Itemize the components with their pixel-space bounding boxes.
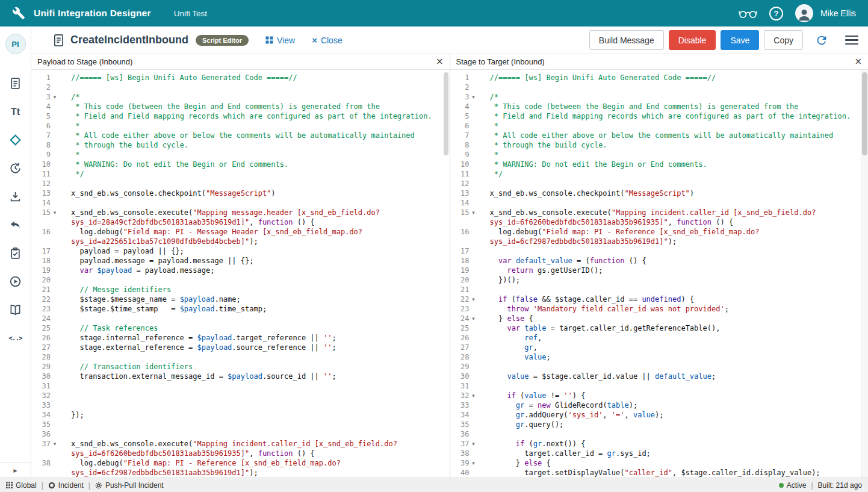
code-line[interactable]: 31 — [31, 381, 450, 391]
fold-arrow-icon[interactable]: ▾ — [51, 208, 59, 217]
code-line[interactable]: 3▾/* — [31, 92, 450, 102]
sidebar-item-code[interactable]: <..> — [8, 332, 22, 344]
code-line[interactable]: 22▾ if (false && $stage.caller_id == und… — [450, 294, 868, 304]
sidebar-item-fields[interactable] — [9, 77, 22, 90]
fold-arrow-icon[interactable]: ▾ — [470, 92, 478, 102]
code-line[interactable]: 18 payload.message = payload.message || … — [31, 256, 450, 266]
refresh-icon[interactable] — [815, 34, 828, 47]
code-line[interactable]: 9 * — [31, 150, 450, 160]
wrench-logo-icon[interactable] — [12, 7, 25, 20]
code-line[interactable]: 10 * WARNING: Do not edit the Begin or E… — [450, 160, 868, 169]
sidebar-item-run[interactable] — [9, 275, 22, 288]
code-line[interactable]: 15▾x_snd_eb.ws_console.execute("Mapping … — [450, 208, 868, 227]
panel-close-icon[interactable]: × — [436, 57, 444, 66]
copy-button[interactable]: Copy — [764, 30, 803, 50]
scrollbar-thumb[interactable] — [862, 72, 867, 155]
code-line[interactable]: 39▾ } else { — [450, 458, 868, 468]
code-line[interactable]: 38 log.debug("Field map: PI - Reference … — [31, 458, 450, 478]
code-line[interactable]: 4 * This code (between the Begin and End… — [450, 102, 868, 111]
code-line[interactable]: 7 * All code either above or below the c… — [31, 131, 450, 140]
code-line[interactable]: 36 — [450, 429, 868, 439]
app-subtitle[interactable]: Unifi Test — [174, 9, 207, 18]
code-line[interactable]: 5 * Field and Field mapping records whic… — [450, 111, 868, 121]
build-message-button[interactable]: Build Message — [589, 30, 664, 50]
code-line[interactable]: 15▾x_snd_eb.ws_console.execute("Mapping … — [31, 208, 450, 227]
code-line[interactable]: 35 — [31, 420, 450, 429]
sidebar-item-history[interactable] — [9, 162, 22, 175]
fold-arrow-icon[interactable]: ▾ — [470, 208, 478, 217]
code-line[interactable]: 37▾ if (gr.next()) { — [450, 439, 868, 449]
view-button[interactable]: View — [265, 36, 295, 45]
code-line[interactable]: 5 * Field and Field mapping records whic… — [31, 111, 450, 121]
code-line[interactable]: 30 transaction.external_message_id = $pa… — [31, 372, 450, 381]
code-line[interactable]: 23 $stage.$time_stamp = $payload.time_st… — [31, 304, 450, 314]
code-line[interactable]: 12 — [450, 179, 868, 188]
sidebar-item-docs[interactable] — [9, 304, 22, 316]
fold-arrow-icon[interactable]: ▾ — [51, 92, 59, 102]
code-line[interactable]: 31 — [450, 381, 868, 391]
code-line[interactable]: 23 throw 'Mandatory field caller_id was … — [450, 304, 868, 314]
user-avatar-icon[interactable] — [795, 4, 813, 22]
code-line[interactable]: 12 — [31, 179, 450, 188]
code-line[interactable]: 25 var table = target.caller_id.getRefer… — [450, 323, 868, 333]
disable-button[interactable]: Disable — [669, 30, 716, 50]
process-selector[interactable]: Incident — [48, 481, 84, 490]
code-line[interactable]: 32 — [31, 391, 450, 400]
code-line[interactable]: 22 $stage.$message_name = $payload.name; — [31, 294, 450, 304]
help-icon[interactable]: ? — [769, 7, 783, 20]
code-line[interactable]: 11 */ — [31, 169, 450, 179]
fold-arrow-icon[interactable]: ▾ — [470, 391, 478, 400]
code-line[interactable]: 26 stage.internal_reference = $payload.t… — [31, 333, 450, 343]
code-line[interactable]: 9 * — [450, 150, 868, 160]
integration-selector[interactable]: Push-Pull Incident — [95, 481, 164, 490]
code-line[interactable]: 13x_snd_eb.ws_console.checkpoint("Messag… — [31, 188, 450, 198]
code-line[interactable]: 1//===== [ws] Begin Unifi Auto Generated… — [31, 73, 450, 83]
code-line[interactable]: 1//===== [ws] Begin Unifi Auto Generated… — [450, 73, 868, 83]
sidebar-item-integration[interactable] — [9, 134, 22, 146]
code-line[interactable]: 21 — [450, 285, 868, 294]
fold-arrow-icon[interactable]: ▾ — [470, 294, 478, 304]
code-line[interactable]: 27 stage.external_reference = $payload.s… — [31, 343, 450, 352]
code-line[interactable]: 34 gr.addQuery('sys_id', '=', value); — [450, 410, 868, 420]
code-line[interactable]: 8 * through the build cycle. — [31, 140, 450, 150]
code-line[interactable]: 29 // Transaction identifiers — [31, 362, 450, 372]
code-line[interactable]: 13x_snd_eb.ws_console.checkpoint("Messag… — [450, 188, 868, 198]
code-line[interactable]: 25 // Task references — [31, 323, 450, 333]
sidebar-item-import[interactable] — [9, 190, 22, 203]
code-line[interactable]: 17 payload = payload || {}; — [31, 246, 450, 256]
code-line[interactable]: 27 gr, — [450, 343, 868, 352]
code-line[interactable]: 6 * — [450, 121, 868, 131]
code-line[interactable]: 17 — [450, 246, 868, 256]
sidebar-item-undo[interactable] — [9, 219, 22, 231]
panel-close-icon[interactable]: × — [854, 57, 862, 66]
scope-selector[interactable]: Global — [6, 481, 37, 490]
code-line[interactable]: 14 — [31, 198, 450, 208]
process-avatar[interactable]: PI — [5, 34, 26, 54]
code-line[interactable]: 18 var default_value = (function () { — [450, 256, 868, 266]
code-line[interactable]: 14 — [450, 198, 868, 208]
code-line[interactable]: 36 — [31, 429, 450, 439]
code-line[interactable]: 33 gr = new GlideRecord(table); — [450, 400, 868, 410]
user-name[interactable]: Mike Ellis — [820, 8, 856, 18]
code-line[interactable]: 37▾x_snd_eb.ws_console.execute("Mapping … — [31, 439, 450, 458]
code-editor-payload-to-stage[interactable]: 1//===== [ws] Begin Unifi Auto Generated… — [31, 70, 450, 478]
sidebar-item-tasks[interactable] — [9, 247, 22, 260]
code-line[interactable]: 29 — [450, 362, 868, 372]
scrollbar-thumb[interactable] — [444, 72, 448, 155]
close-button[interactable]: × Close — [312, 36, 343, 45]
code-line[interactable]: 21 // Messge identifiers — [31, 285, 450, 294]
code-line[interactable]: 24▾ } else { — [450, 314, 868, 323]
code-line[interactable]: 20 — [31, 275, 450, 285]
menu-hamburger-icon[interactable] — [845, 36, 858, 45]
sidebar-item-text[interactable]: Tt — [11, 105, 20, 118]
code-line[interactable]: 2 — [450, 83, 868, 92]
diagnostics-glasses-icon[interactable] — [739, 8, 757, 19]
code-line[interactable]: 26 ref, — [450, 333, 868, 343]
code-line[interactable]: 2 — [31, 83, 450, 92]
code-line[interactable]: 34}); — [31, 410, 450, 420]
code-line[interactable]: 7 * All code either above or below the c… — [450, 131, 868, 140]
code-line[interactable]: 38 target.caller_id = gr.sys_id; — [450, 449, 868, 458]
code-line[interactable]: 19 var $payload = payload.message; — [31, 266, 450, 275]
sidebar-collapse-button[interactable]: ▸ — [0, 462, 31, 478]
code-line[interactable]: 6 * — [31, 121, 450, 131]
